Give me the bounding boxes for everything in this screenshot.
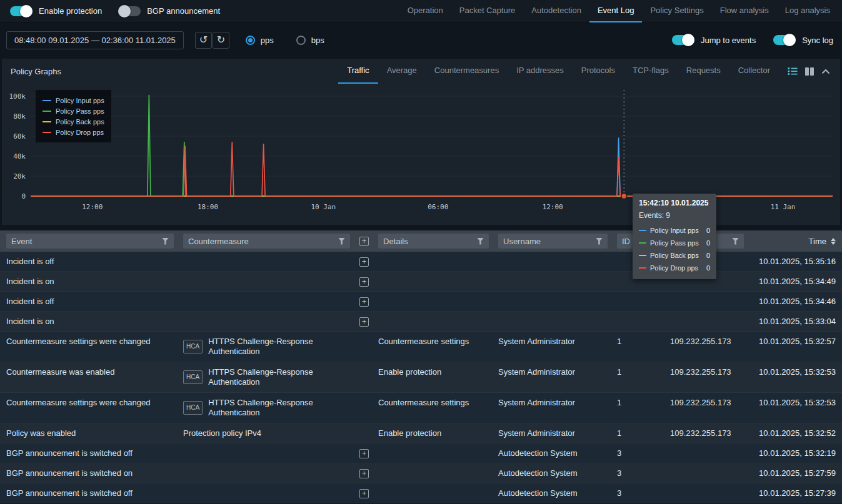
tooltip-color-dash (639, 255, 646, 256)
expand-cell: + (359, 297, 378, 307)
tab-operation[interactable]: Operation (399, 0, 451, 22)
svg-text:06:00: 06:00 (428, 203, 448, 211)
table-body: Incident is off+10.01.2025, 15:35:16Inci… (0, 252, 842, 503)
collapse-chevron-icon[interactable] (821, 69, 830, 74)
tab-packet-capture[interactable]: Packet Capture (451, 0, 524, 22)
expand-all-cell: + (359, 236, 378, 246)
tab-event-log[interactable]: Event Log (589, 0, 643, 22)
radio-pps-label: pps (261, 36, 274, 45)
table-row[interactable]: Countermeasure was enabledHCAHTTPS Chall… (0, 362, 842, 393)
redo-button[interactable]: ↻ (213, 32, 229, 49)
event-cell: Event (6, 234, 183, 249)
id-cell: 1 (617, 337, 670, 347)
time-cell: 10.01.2025, 15:27:59 (750, 468, 836, 478)
expand-row-button[interactable]: + (359, 489, 369, 498)
legend-color-dash (43, 132, 51, 133)
countermeasure-filter[interactable]: Countermeasure (183, 234, 350, 249)
time-column-header[interactable]: Time (750, 237, 836, 246)
toolbar: 08:48:00 09.01.2025 — 02:36:00 11.01.202… (0, 22, 842, 57)
id-cell: 1 (617, 398, 670, 408)
ip-cell: 109.232.255.173 (670, 398, 750, 408)
graph-tab-requests[interactable]: Requests (678, 59, 729, 84)
table-row[interactable]: Incident is on+10.01.2025, 15:33:04 (0, 312, 842, 332)
username-cell: Autodetection System (498, 448, 617, 458)
log-sync-toggles: Jump to eventsSync log (672, 35, 836, 45)
tooltip-color-dash (639, 230, 646, 231)
tab-flow-analysis[interactable]: Flow analysis (712, 0, 777, 22)
table-row[interactable]: BGP announcement is switched off+Autodet… (0, 443, 842, 463)
bgp-announcement-toggle[interactable] (118, 6, 141, 16)
username-cell: System Administrator (498, 398, 617, 408)
tooltip-series-value: 0 (706, 252, 710, 259)
details-cell: Countermeasure settings (378, 337, 498, 347)
time-cell: 10.01.2025, 15:33:04 (750, 317, 836, 327)
tab-log-analysis[interactable]: Log analysis (777, 0, 838, 22)
graph-tab-protocols[interactable]: Protocols (573, 59, 624, 84)
details-filter[interactable]: Details (378, 234, 489, 249)
details-cell: Enable protection (378, 367, 498, 377)
expand-cell: + (359, 257, 378, 267)
time-cell: 10.01.2025, 15:27:39 (750, 488, 836, 498)
expand-row-button[interactable]: + (359, 469, 369, 478)
expand-all-button[interactable]: + (359, 237, 369, 246)
svg-text:20k: 20k (13, 172, 26, 180)
panel-actions (788, 67, 831, 76)
sort-asc-arrow (831, 238, 836, 241)
sort-icon (831, 238, 836, 245)
graph-tab-average[interactable]: Average (378, 59, 426, 84)
table-row[interactable]: Policy was enabledProtection policy IPv4… (0, 423, 842, 443)
time-cell: 10.01.2025, 15:32:53 (750, 398, 836, 408)
table-row[interactable]: Countermeasure settings were changedHCAH… (0, 332, 842, 362)
countermeasure-name: HTTPS Challenge-Response Authentication (208, 337, 344, 357)
radio-pps-control[interactable] (246, 36, 255, 45)
undo-button[interactable]: ↺ (195, 32, 212, 49)
tooltip-series-label: Policy Drop pps (650, 264, 703, 272)
graph-tab-ip-addresses[interactable]: IP addresses (508, 59, 573, 84)
username-filter[interactable]: Username (498, 234, 608, 249)
svg-text:40k: 40k (13, 152, 26, 161)
id-cell: 3 (617, 488, 670, 498)
ip-cell: 109.232.255.173 (670, 428, 750, 438)
time-cell: 10.01.2025, 15:32:57 (750, 337, 836, 347)
radio-bps[interactable]: bps (296, 36, 324, 45)
countermeasure-cell: Protection policy IPv4 (183, 428, 359, 438)
event-cell: Countermeasure settings were changed (6, 398, 183, 408)
expand-row-button[interactable]: + (359, 277, 369, 287)
enable-protection-toggle[interactable] (10, 6, 33, 16)
tooltip-series-label: Policy Back pps (650, 252, 703, 259)
graph-tab-collector[interactable]: Collector (729, 59, 779, 84)
details-cell: Countermeasure settings (378, 398, 498, 408)
legend-label: Policy Drop pps (56, 129, 104, 136)
layout-columns-icon[interactable] (805, 67, 814, 76)
date-range-input[interactable]: 08:48:00 09.01.2025 — 02:36:00 11.01.202… (6, 31, 184, 49)
tab-autodetection[interactable]: Autodetection (523, 0, 589, 22)
username-cell: Autodetection System (498, 468, 617, 478)
expand-row-button[interactable]: + (359, 257, 369, 267)
jump-to-events-toggle[interactable] (672, 35, 694, 45)
table-row[interactable]: Incident is off+10.01.2025, 15:34:46 (0, 292, 842, 312)
graph-tab-tcp-flags[interactable]: TCP-flags (624, 59, 678, 84)
tab-policy-settings[interactable]: Policy Settings (642, 0, 711, 22)
radio-pps[interactable]: pps (246, 36, 274, 45)
tooltip-events-count: Events: 9 (639, 211, 710, 220)
sync-log-toggle[interactable] (773, 35, 796, 45)
expand-row-button[interactable]: + (359, 317, 369, 327)
radio-bps-control[interactable] (296, 36, 306, 45)
filter-funnel-icon (162, 238, 169, 245)
legend-list-icon[interactable] (788, 67, 798, 76)
time-cell: 10.01.2025, 15:34:46 (750, 297, 836, 307)
event-filter[interactable]: Event (6, 234, 174, 249)
svg-text:10 Jan: 10 Jan (311, 203, 336, 211)
table-row[interactable]: BGP announcement is switched on+Autodete… (0, 463, 842, 483)
tooltip-series-label: Policy Input pps (650, 227, 703, 234)
legend-item-policy-input-pps: Policy Input pps (43, 95, 104, 106)
table-row[interactable]: Countermeasure settings were changedHCAH… (0, 393, 842, 423)
countermeasure-filter-placeholder: Countermeasure (188, 237, 249, 246)
expand-row-button[interactable]: + (359, 449, 369, 458)
graph-tab-countermeasures[interactable]: Countermeasures (426, 59, 508, 84)
table-row[interactable]: BGP announcement is switched off+Autodet… (0, 483, 842, 503)
username-filter-placeholder: Username (503, 237, 541, 246)
event-cell: Policy was enabled (6, 428, 183, 438)
graph-tab-traffic[interactable]: Traffic (338, 59, 378, 84)
expand-row-button[interactable]: + (359, 297, 369, 307)
